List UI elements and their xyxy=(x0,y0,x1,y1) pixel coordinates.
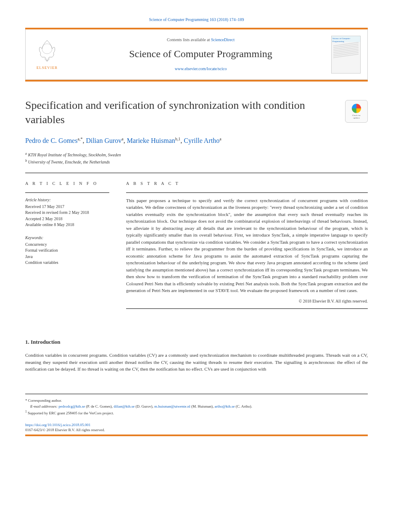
journal-cover-thumbnail: Science of Computer Programming xyxy=(331,36,361,74)
footnotes: * Corresponding author. E-mail addresses… xyxy=(25,394,368,416)
cover-thumb-title: Science of Computer Programming xyxy=(332,36,360,42)
abstract-text: This paper proposes a technique to speci… xyxy=(126,197,368,294)
elsevier-text: ELSEVIER xyxy=(32,65,62,71)
author-3[interactable]: Marieke Huisman xyxy=(127,137,175,144)
journal-url-link[interactable]: www.elsevier.com/locate/scico xyxy=(70,66,331,72)
article-title: Specification and verification of synchr… xyxy=(25,98,337,127)
history-text: Received 17 May 2017 Received in revised… xyxy=(25,204,109,228)
divider xyxy=(25,173,368,173)
footnote-1: Supported by ERC grant 258405 for the Ve… xyxy=(28,411,114,415)
crossmark-icon xyxy=(352,104,361,113)
email-3[interactable]: m.huisman@utwente.nl xyxy=(154,404,190,408)
crossmark-label: Check forupdates xyxy=(352,114,361,119)
author-1[interactable]: Pedro de C. Gomes xyxy=(25,137,77,144)
issn-copyright: 0167-6423/© 2018 Elsevier B.V. All right… xyxy=(25,427,368,433)
author-list: Pedro de C. Gomesa,*, Dilian Gurova, Mar… xyxy=(25,136,368,146)
svg-point-0 xyxy=(42,44,52,54)
author-4[interactable]: Cyrille Artho xyxy=(184,137,219,144)
elsevier-logo: ELSEVIER xyxy=(32,38,62,71)
email-2[interactable]: dilian@kth.se xyxy=(113,404,135,408)
abstract-heading: A B S T R A C T xyxy=(126,181,368,187)
emails-label: E-mail addresses: xyxy=(30,404,58,408)
journal-header: ELSEVIER Contents lists available at Sci… xyxy=(25,29,368,80)
affiliations: a KTH Royal Institute of Technology, Sto… xyxy=(25,151,368,165)
abstract-copyright: © 2018 Elsevier B.V. All rights reserved… xyxy=(126,298,368,304)
affiliation-b: University of Twente, Enschede, the Neth… xyxy=(28,160,110,164)
email-1[interactable]: pedrodcg@kth.se xyxy=(58,404,85,408)
sciencedirect-link[interactable]: ScienceDirect xyxy=(211,37,235,42)
affiliation-a: KTH Royal Institute of Technology, Stock… xyxy=(28,153,121,158)
author-2[interactable]: Dilian Gurov xyxy=(86,137,121,144)
contents-text: Contents lists available at xyxy=(167,37,211,42)
elsevier-tree-icon xyxy=(34,38,60,63)
section-1-heading: 1. Introduction xyxy=(25,338,368,346)
orange-divider-bottom xyxy=(25,80,368,82)
crossmark-badge[interactable]: Check forupdates xyxy=(345,100,368,123)
bottom-orange-bar xyxy=(25,435,368,436)
doi-link[interactable]: https://doi.org/10.1016/j.scico.2018.05.… xyxy=(25,422,368,428)
keywords-text: Concurrency Formal verification Java Con… xyxy=(25,242,109,266)
history-label: Article history: xyxy=(25,197,109,203)
top-citation: Science of Computer Programming 163 (201… xyxy=(25,17,368,23)
doi-section: https://doi.org/10.1016/j.scico.2018.05.… xyxy=(25,422,368,433)
corresponding-author-note: Corresponding author. xyxy=(28,398,62,403)
keywords-label: Keywords: xyxy=(25,235,109,241)
journal-name: Science of Computer Programming xyxy=(70,47,331,61)
contents-available: Contents lists available at ScienceDirec… xyxy=(70,37,331,43)
email-4[interactable]: artho@kth.se xyxy=(215,404,235,408)
article-info-heading: A R T I C L E I N F O xyxy=(25,181,109,187)
abstract-column: A B S T R A C T This paper proposes a te… xyxy=(126,181,368,313)
section-1-paragraph-1: Condition variables in concurrent progra… xyxy=(25,352,368,373)
article-info-column: A R T I C L E I N F O Article history: R… xyxy=(25,181,109,313)
